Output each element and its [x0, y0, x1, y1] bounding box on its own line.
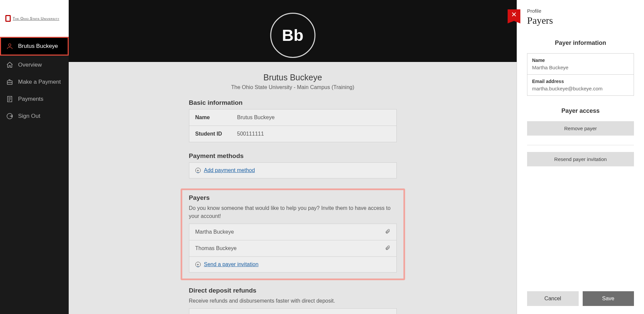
payer-info-title: Payer information [527, 40, 634, 47]
resend-invitation-button[interactable]: Resend payer invitation [527, 152, 634, 166]
add-payment-method-link: Add payment method [204, 167, 255, 173]
logo-block-o-icon [5, 15, 11, 22]
plus-circle-icon: + [195, 262, 201, 267]
field-value: martha.buckeye@buckeye.com [532, 86, 629, 91]
receipt-icon [6, 95, 13, 103]
cancel-button[interactable]: Cancel [527, 291, 579, 306]
info-label: Student ID [195, 131, 237, 137]
brand-logo: The Ohio State University [0, 0, 69, 37]
sidebar-item-label: Sign Out [18, 113, 40, 120]
sidebar-item-label: Make a Payment [18, 79, 61, 85]
info-row-student-id: Student ID 500111111 [189, 126, 396, 142]
payer-name: Martha Buckeye [195, 229, 234, 235]
section-direct-deposit: Direct deposit refunds Receive refunds a… [189, 287, 397, 314]
brand-name: The Ohio State University [13, 16, 59, 20]
payer-row[interactable]: Martha Buckeye [189, 224, 396, 240]
plus-circle-icon: + [195, 168, 201, 173]
payer-detail-panel: Profile Payers Payer information Name Ma… [517, 0, 644, 314]
section-title: Basic information [189, 99, 397, 106]
user-icon [6, 43, 13, 50]
remove-payer-button[interactable]: Remove payer [527, 121, 634, 136]
payer-email-field: Email address martha.buckeye@buckeye.com [527, 75, 634, 95]
section-basic-information: Basic information Name Brutus Buckeye St… [189, 99, 397, 142]
panel-title: Payers [527, 15, 634, 26]
section-description: Do you know someone that would like to h… [189, 204, 397, 220]
add-payment-method-row[interactable]: + Add payment method [189, 163, 396, 178]
section-description: Receive refunds and disbursements faster… [189, 297, 397, 305]
payers-list: Martha Buckeye Thomas Buckeye + Send a p… [189, 224, 397, 272]
sidebar-item-overview[interactable]: Overview [0, 56, 69, 73]
svg-point-0 [8, 44, 11, 46]
section-payers-highlight: Payers Do you know someone that would li… [181, 188, 405, 280]
send-payer-invitation-link: Send a payer invitation [204, 261, 259, 267]
panel-divider [527, 145, 634, 145]
payment-methods-box: + Add payment method [189, 162, 397, 178]
main-content: Brutus Buckeye The Ohio State University… [69, 62, 517, 314]
avatar: Bb [270, 13, 315, 58]
info-value: Brutus Buckeye [237, 114, 275, 121]
avatar-initials: Bb [282, 26, 304, 45]
info-value: 500111111 [237, 131, 264, 137]
direct-deposit-box: Refund Sign up [189, 308, 397, 314]
sidebar-item-label: Payments [18, 96, 44, 102]
section-title: Payers [189, 194, 397, 202]
payer-name-field: Name Martha Buckeye [527, 54, 634, 75]
field-label: Name [532, 58, 629, 63]
cash-register-icon [6, 78, 13, 86]
field-label: Email address [532, 79, 629, 84]
sidebar-item-make-payment[interactable]: Make a Payment [0, 73, 69, 90]
profile-name: Brutus Buckeye [69, 73, 517, 82]
panel-breadcrumb: Profile [527, 8, 634, 14]
basic-info-table: Name Brutus Buckeye Student ID 500111111 [189, 109, 397, 142]
sidebar: The Ohio State University Brutus Buckeye… [0, 0, 69, 314]
payer-name: Thomas Buckeye [195, 245, 237, 251]
payer-access-title: Payer access [527, 107, 634, 114]
info-label: Name [195, 114, 237, 121]
sign-out-icon [6, 112, 13, 120]
sidebar-item-label: Overview [18, 62, 42, 68]
section-title: Direct deposit refunds [189, 287, 397, 294]
save-button[interactable]: Save [583, 291, 634, 306]
sidebar-item-payments[interactable]: Payments [0, 90, 69, 107]
payer-info-box: Name Martha Buckeye Email address martha… [527, 53, 634, 96]
sidebar-item-sign-out[interactable]: Sign Out [0, 107, 69, 125]
profile-subtitle: The Ohio State University - Main Campus … [69, 84, 517, 90]
section-title: Payment methods [189, 152, 397, 160]
attachment-icon [385, 229, 390, 235]
sidebar-user[interactable]: Brutus Buckeye [0, 37, 69, 56]
panel-footer: Cancel Save [527, 291, 634, 306]
section-payment-methods: Payment methods + Add payment method [189, 152, 397, 178]
payer-row[interactable]: Thomas Buckeye [189, 240, 396, 257]
info-row-name: Name Brutus Buckeye [189, 109, 396, 126]
sidebar-user-label: Brutus Buckeye [18, 43, 58, 50]
refund-row: Refund Sign up [189, 309, 396, 314]
send-payer-invitation-row[interactable]: + Send a payer invitation [189, 257, 396, 272]
attachment-icon [385, 245, 390, 252]
home-icon [6, 61, 13, 69]
field-value: Martha Buckeye [532, 65, 629, 70]
